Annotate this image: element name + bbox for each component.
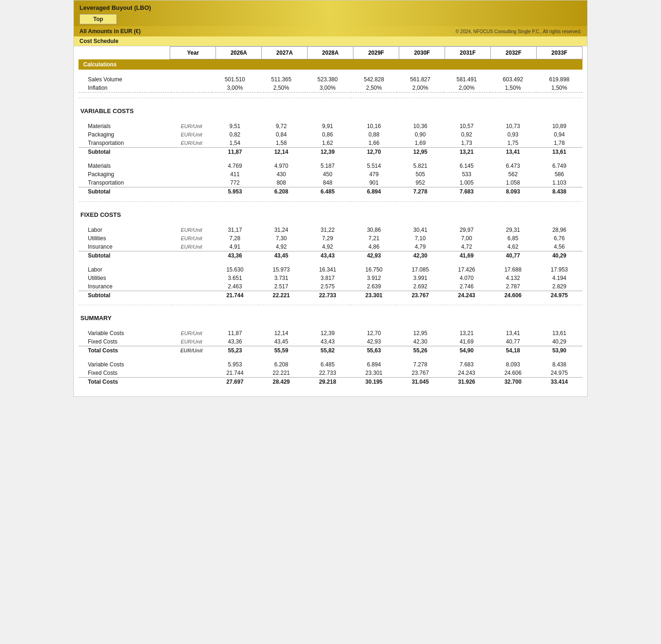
header-bar: Leveraged Buyout (LBO) Top — [74, 0, 587, 26]
col-2033f: 2033F — [537, 47, 582, 59]
main-content: Year 2026A 2027A 2028A 2029F 2030F 2031F… — [74, 46, 587, 396]
vc-materials-total-row: Materials 4.769 4.970 5.187 5.514 5.821 … — [79, 162, 582, 170]
col-2026a: 2026A — [216, 47, 262, 59]
vc-packaging-total-row: Packaging 411 430 450 479 505 533 562 58… — [79, 170, 582, 179]
sum-vc-total-row: Variable Costs 5.953 6.208 6.485 6.894 7… — [79, 360, 582, 369]
summary-label: SUMMARY — [79, 311, 582, 323]
sub-header: All Amounts in EUR (€) © 2024, NFOCUS Co… — [74, 26, 587, 36]
sum-fc-total-row: Fixed Costs 21.744 22.221 22.733 23.301 … — [79, 369, 582, 378]
page-title: Leveraged Buyout (LBO) — [79, 4, 582, 11]
col-2030f: 2030F — [399, 47, 445, 59]
sum-vc-unit-row: Variable Costs EUR/Unit 11,87 12,14 12,3… — [79, 329, 582, 337]
col-2031f: 2031F — [445, 47, 491, 59]
cost-schedule-label: Cost Schedule — [74, 36, 587, 46]
vc-subtotal-total-row: Subtotal 5.953 6.208 6.485 6.894 7.278 7… — [79, 187, 582, 196]
col-2027a: 2027A — [262, 47, 308, 59]
fc-labor-total-row: Labor 15.630 15.973 16.341 16.750 17.085… — [79, 265, 582, 274]
sum-tc-total-row: Total Costs 27.697 28.429 29.218 30.195 … — [79, 378, 582, 386]
year-header-row: Year 2026A 2027A 2028A 2029F 2030F 2031F… — [79, 47, 582, 59]
fc-subtotal-unit-row: Subtotal 43,36 43,45 43,43 42,93 42,30 4… — [79, 251, 582, 260]
fc-utilities-total-row: Utilities 3.651 3.731 3.817 3.912 3.991 … — [79, 274, 582, 282]
top-button[interactable]: Top — [79, 14, 117, 24]
fc-insurance-total-row: Insurance 2.463 2.517 2.575 2.639 2.692 … — [79, 282, 582, 291]
variable-costs-label: VARIABLE COSTS — [79, 104, 582, 116]
data-table: Sales Volume 501.510 511.365 523.380 542… — [79, 70, 582, 392]
fixed-costs-label: FIXED COSTS — [79, 208, 582, 220]
year-label: Year — [170, 47, 216, 59]
vc-materials-unit-row: Materials EUR/Unit 9,51 9,72 9,91 10,16 … — [79, 122, 582, 130]
fixed-costs-header: FIXED COSTS — [79, 208, 582, 220]
summary-header: SUMMARY — [79, 311, 582, 323]
vc-transport-total-row: Transportation 772 808 848 901 952 1.005… — [79, 179, 582, 187]
vc-subtotal-unit-row: Subtotal 11,87 12,14 12,39 12,70 12,95 1… — [79, 148, 582, 157]
vc-packaging-unit-row: Packaging EUR/Unit 0,82 0,84 0,86 0,88 0… — [79, 130, 582, 139]
inflation-row: Inflation 3,00% 2,50% 3,00% 2,50% 2,00% … — [79, 84, 582, 93]
copyright: © 2024, NFOCUS Consulting Single P.C., A… — [455, 29, 582, 34]
col-2028a: 2028A — [308, 47, 353, 59]
fc-utilities-unit-row: Utilities EUR/Unit 7,28 7,30 7,29 7,21 7… — [79, 234, 582, 243]
variable-costs-header: VARIABLE COSTS — [79, 104, 582, 116]
amounts-label: All Amounts in EUR (€) — [79, 28, 141, 35]
fc-subtotal-total-row: Subtotal 21.744 22.221 22.733 23.301 23.… — [79, 291, 582, 300]
vc-transport-unit-row: Transportation EUR/Unit 1,54 1,58 1,62 1… — [79, 139, 582, 148]
calculations-bar: Calculations — [79, 59, 582, 70]
year-header-table: Year 2026A 2027A 2028A 2029F 2030F 2031F… — [79, 46, 582, 59]
empty-col — [79, 47, 170, 59]
sales-volume-row: Sales Volume 501.510 511.365 523.380 542… — [79, 75, 582, 84]
fc-labor-unit-row: Labor EUR/Unit 31,17 31,24 31,22 30,86 3… — [79, 226, 582, 234]
sum-fc-unit-row: Fixed Costs EUR/Unit 43,36 43,45 43,43 4… — [79, 337, 582, 346]
fc-insurance-unit-row: Insurance EUR/Unit 4,91 4,92 4,92 4,86 4… — [79, 243, 582, 251]
inflation-label: Inflation — [79, 84, 171, 93]
sum-tc-unit-row: Total Costs EUR/Unit 55,23 55,59 55,82 5… — [79, 346, 582, 355]
col-2029f: 2029F — [353, 47, 399, 59]
sales-volume-label: Sales Volume — [79, 75, 171, 84]
col-2032f: 2032F — [491, 47, 537, 59]
